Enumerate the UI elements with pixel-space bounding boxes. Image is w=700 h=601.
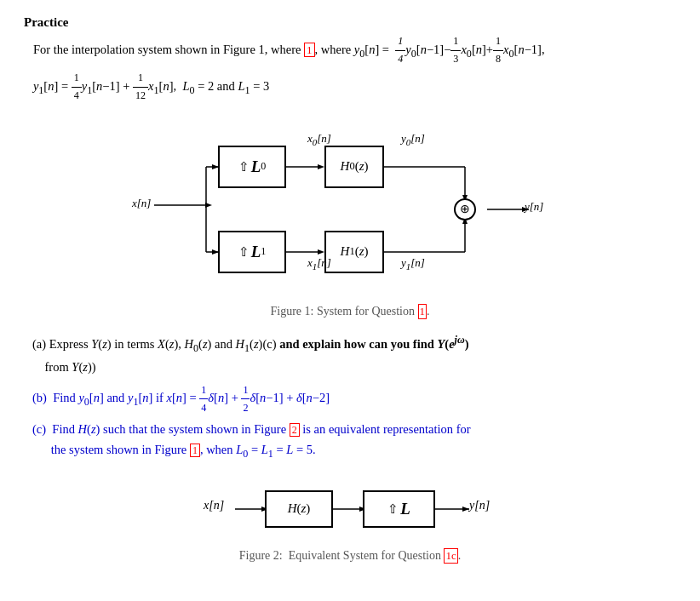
summer-circle: ⊕: [454, 198, 476, 220]
box-H1z: H1(z): [324, 231, 384, 273]
fig2-box-Hz: H(z): [265, 490, 333, 528]
figure2-diagram: x[n] H(z) ⇧L y[n]: [188, 475, 512, 543]
label-xn: x[n]: [132, 197, 151, 210]
label-y0n: y0[n]: [401, 132, 425, 147]
parts-section: (a) Express Y(z) in terms X(z), H0(z) an…: [24, 331, 676, 463]
label-yn: y[n]: [525, 200, 543, 214]
svg-marker-25: [462, 507, 469, 512]
label-x1n: x1[n]: [307, 256, 331, 272]
fig2-box-uL: ⇧L: [363, 490, 435, 528]
fig2-label-yn: y[n]: [469, 499, 490, 512]
box-uL1: ⇧L1: [218, 231, 286, 273]
problem-statement: For the interpolation system shown in Fi…: [24, 33, 676, 68]
figure1-caption: Figure 1: System for Question 1.: [270, 304, 429, 319]
figure2-container: x[n] H(z) ⇧L y[n] Figure 2: Equivalent S…: [24, 475, 676, 564]
svg-marker-11: [318, 249, 324, 255]
figure1-diagram: x[n] ⇧L0 ⇧L1 H0(z) H1(z) ⊕ x0[n] x1[n]: [129, 120, 571, 299]
fig1-ref: 1: [418, 304, 427, 319]
figure2-arrows: [188, 475, 512, 543]
label-y1n: y1[n]: [401, 256, 425, 272]
label-x0n: x0[n]: [307, 132, 331, 147]
figure1-container: x[n] ⇧L0 ⇧L1 H0(z) H1(z) ⊕ x0[n] x1[n]: [24, 120, 676, 319]
part-c: (c) Find H(z) such that the system shown…: [32, 419, 676, 463]
figure2-caption: Figure 2: Equivalent System for Question…: [239, 548, 461, 564]
box-uL0: ⇧L0: [218, 146, 286, 188]
fig2-ref: 1c: [444, 548, 457, 564]
box-H0z: H0(z): [324, 146, 384, 188]
svg-marker-1: [205, 203, 212, 208]
svg-marker-9: [318, 164, 324, 169]
practice-title: Practice: [24, 15, 676, 30]
fig1-ref-inline: 1: [304, 43, 315, 57]
part-a: (a) Express Y(z) in terms X(z), H0(z) an…: [32, 331, 676, 378]
fig2-label-xn: x[n]: [204, 499, 224, 512]
part-b: (b) Find y0[n] and y1[n] if x[n] = 14δ[n…: [32, 381, 676, 417]
problem-eq2: y1[n] = 14y1[n−1] + 112x1[n], L0 = 2 and…: [24, 70, 676, 105]
